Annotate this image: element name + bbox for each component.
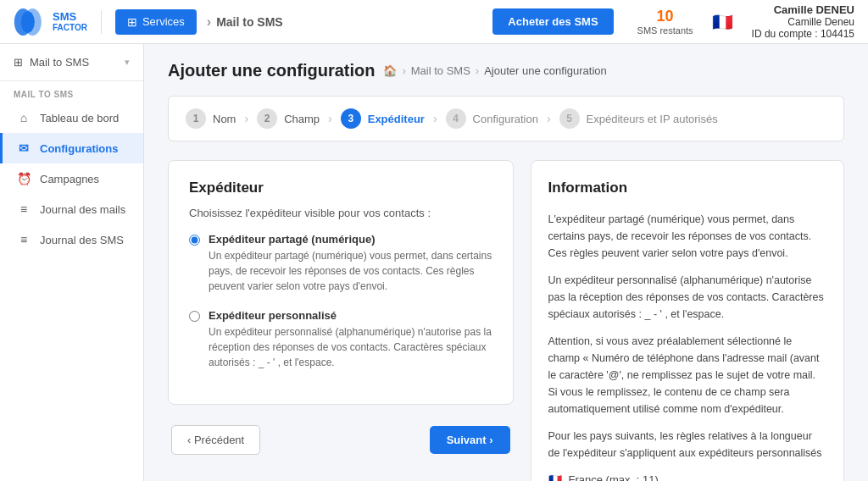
sidebar-section-label: MAIL TO SMS: [0, 81, 143, 102]
step-5-label: Expéditeurs et IP autorisés: [587, 113, 718, 125]
step-3: 3 Expéditeur: [341, 108, 425, 129]
sidebar-item-journal-sms[interactable]: ≡ Journal des SMS: [0, 224, 143, 255]
expediteur-subtitle: Choisissez l'expéditeur visible pour vos…: [189, 207, 492, 219]
radio-partage[interactable]: [189, 235, 200, 246]
step-2: 2 Champ: [257, 108, 320, 129]
step-3-num: 3: [341, 108, 361, 129]
list2-icon: ≡: [16, 233, 31, 246]
page-breadcrumb: 🏠 › Mail to SMS › Ajouter une configurat…: [383, 64, 606, 77]
france-flag-icon: 🇫🇷: [548, 472, 562, 481]
step-arrow-4: ›: [547, 112, 551, 125]
radio-option-personnalise[interactable]: Expéditeur personnalisé Un expéditeur pe…: [189, 309, 492, 370]
footer-actions: ‹ Précédent Suivant ›: [168, 425, 514, 455]
page-title: Ajouter une configuration: [168, 61, 375, 80]
sidebar-item-label: Journal des SMS: [40, 234, 124, 246]
services-button[interactable]: ⊞ Services: [115, 9, 197, 35]
sms-remaining-label: SMS restants: [637, 25, 693, 36]
expediteur-title: Expéditeur: [189, 180, 492, 196]
list-icon: ≡: [16, 202, 31, 216]
breadcrumb-mail-to-sms[interactable]: Mail to SMS: [411, 64, 470, 77]
step-4-num: 4: [446, 108, 466, 129]
sidebar-top[interactable]: ⊞ Mail to SMS ▾: [0, 44, 143, 81]
info-para-2: Un expéditeur personnalisé (alphanumériq…: [548, 272, 826, 323]
sidebar: ⊞ Mail to SMS ▾ MAIL TO SMS ⌂ Tableau de…: [0, 44, 144, 481]
radio-personnalise[interactable]: [189, 311, 200, 322]
user-name: Camille DENEU: [752, 3, 854, 16]
information-card: Information L'expéditeur partagé (numéri…: [531, 160, 844, 481]
step-3-label: Expéditeur: [368, 113, 425, 125]
sidebar-top-item[interactable]: ⊞ Mail to SMS ▾: [14, 56, 130, 69]
main-layout: ⊞ Mail to SMS ▾ MAIL TO SMS ⌂ Tableau de…: [0, 44, 868, 481]
country-label: France (max. : 11): [569, 472, 659, 481]
sidebar-item-journal-mails[interactable]: ≡ Journal des mails: [0, 194, 143, 224]
step-arrow-1: ›: [244, 112, 248, 125]
services-label: Services: [142, 15, 185, 28]
user-sub: Camille Deneu: [752, 16, 854, 28]
top-breadcrumb-arrow: ›: [207, 14, 211, 30]
sms-counter: 10 SMS restants: [637, 8, 693, 36]
step-4-label: Configuration: [473, 113, 538, 125]
grid-icon: ⊞: [127, 15, 137, 29]
step-5: 5 Expéditeurs et IP autorisés: [559, 108, 718, 129]
radio-personnalise-desc: Un expéditeur personnalisé (alphanumériq…: [209, 324, 492, 370]
home-breadcrumb-icon: 🏠: [383, 64, 397, 77]
mail-icon: ✉: [16, 141, 31, 155]
step-4: 4 Configuration: [446, 108, 538, 129]
left-column: Expéditeur Choisissez l'expéditeur visib…: [168, 160, 514, 481]
sidebar-item-label: Configurations: [40, 142, 118, 155]
chevron-down-icon: ▾: [125, 57, 130, 68]
svg-point-2: [21, 11, 35, 33]
radio-partage-label: Expéditeur partagé (numérique): [209, 233, 492, 246]
sidebar-item-tableau-de-bord[interactable]: ⌂ Tableau de bord: [0, 102, 143, 133]
sidebar-item-configurations[interactable]: ✉ Configurations: [0, 133, 143, 163]
step-arrow-2: ›: [328, 112, 332, 125]
breadcrumb-current: Ajouter une configuration: [484, 64, 607, 77]
flag-icon[interactable]: 🇫🇷: [712, 12, 733, 32]
sidebar-item-campagnes[interactable]: ⏰ Campagnes: [0, 163, 143, 194]
sidebar-top-label: Mail to SMS: [30, 56, 89, 69]
next-button[interactable]: Suivant ›: [430, 426, 510, 454]
sms-count: 10: [637, 8, 693, 25]
radio-option-partage[interactable]: Expéditeur partagé (numérique) Un expédi…: [189, 233, 492, 294]
logo: SMS FACTOR: [14, 7, 87, 37]
sidebar-item-label: Tableau de bord: [40, 112, 119, 124]
page-header: Ajouter une configuration 🏠 › Mail to SM…: [168, 61, 844, 80]
country-flag: 🇫🇷 France (max. : 11): [548, 472, 826, 481]
user-info: Camille DENEU Camille Deneu ID du compte…: [752, 3, 854, 40]
expediteur-card: Expéditeur Choisissez l'expéditeur visib…: [168, 160, 514, 405]
top-nav: SMS FACTOR ⊞ Services › Mail to SMS Ache…: [0, 0, 868, 44]
step-arrow-3: ›: [433, 112, 437, 125]
grid-small-icon: ⊞: [14, 56, 23, 69]
clock-icon: ⏰: [16, 172, 31, 185]
step-2-label: Champ: [284, 113, 320, 125]
content: Ajouter une configuration 🏠 › Mail to SM…: [144, 44, 868, 481]
step-1-num: 1: [186, 108, 206, 129]
account-id: ID du compte : 104415: [752, 28, 854, 40]
step-1: 1 Nom: [186, 108, 236, 129]
top-page-label: Mail to SMS: [216, 15, 283, 29]
info-para-1: L'expéditeur partagé (numérique) vous pe…: [548, 211, 826, 262]
home-icon: ⌂: [16, 111, 31, 124]
step-1-label: Nom: [213, 113, 236, 125]
prev-button[interactable]: ‹ Précédent: [171, 425, 260, 455]
step-5-num: 5: [559, 108, 580, 129]
right-column: Information L'expéditeur partagé (numéri…: [531, 160, 844, 481]
sidebar-item-label: Journal des mails: [40, 203, 125, 216]
information-title: Information: [548, 176, 826, 199]
info-para-4: Pour les pays suivants, les règles relat…: [548, 428, 826, 462]
step-2-num: 2: [257, 108, 277, 129]
buy-sms-button[interactable]: Acheter des SMS: [492, 8, 613, 35]
logo-factor: FACTOR: [53, 23, 87, 32]
steps-bar: 1 Nom › 2 Champ › 3 Expéditeur › 4 Confi…: [168, 96, 844, 141]
sidebar-item-label: Campagnes: [40, 173, 99, 185]
top-breadcrumb: › Mail to SMS: [207, 14, 283, 30]
radio-partage-desc: Un expéditeur partagé (numérique) vous p…: [209, 248, 492, 294]
logo-sms: SMS: [53, 11, 87, 23]
radio-personnalise-label: Expéditeur personnalisé: [209, 309, 492, 322]
nav-divider: [101, 10, 102, 34]
info-para-3: Attention, si vous avez préalablement sé…: [548, 333, 826, 417]
two-col-layout: Expéditeur Choisissez l'expéditeur visib…: [168, 160, 844, 481]
